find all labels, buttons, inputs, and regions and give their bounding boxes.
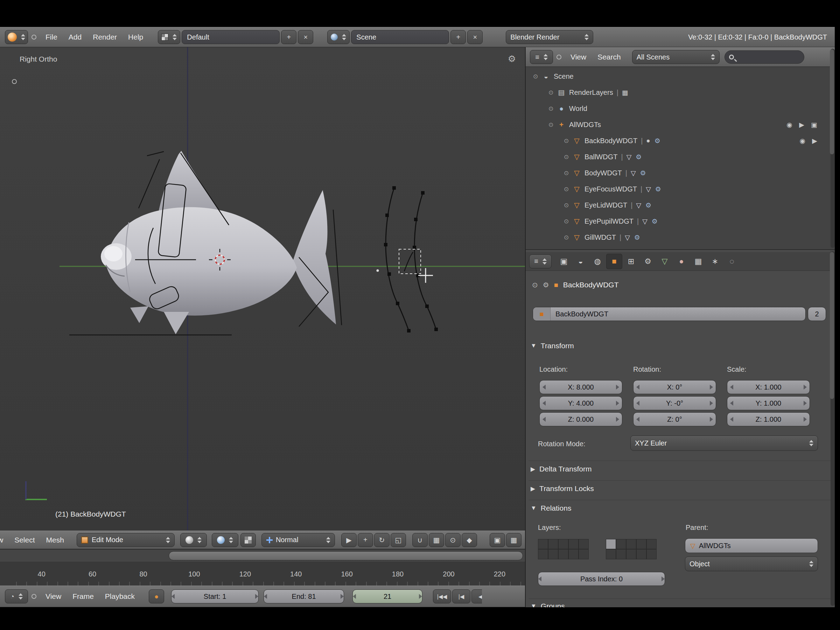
outliner-row-scene[interactable]: ⊙ ◒ Scene — [526, 68, 835, 84]
pass-index-field[interactable]: Pass Index: 0 — [538, 572, 665, 586]
delete-scene-button[interactable]: × — [467, 30, 483, 44]
scale-x-field[interactable]: X: 1.000 — [727, 380, 810, 394]
pivot-select[interactable] — [212, 533, 238, 547]
layer-toggle[interactable] — [548, 549, 558, 559]
frame-end-field[interactable]: End: 81 — [264, 589, 344, 603]
menu-file[interactable]: File — [40, 33, 63, 41]
decrement-arrow[interactable] — [730, 417, 733, 422]
transform-panel-header[interactable]: ▼ Transform — [531, 342, 574, 350]
scale-z-field[interactable]: Z: 1.000 — [727, 412, 810, 426]
tab-particles[interactable]: ∗ — [707, 254, 723, 269]
increment-arrow[interactable] — [710, 385, 713, 390]
layer-toggle[interactable] — [568, 549, 579, 559]
opengl-render-button[interactable]: ▣ — [489, 533, 505, 547]
layer-toggle[interactable] — [579, 549, 589, 559]
increment-arrow[interactable] — [804, 401, 807, 406]
layer-toggle[interactable] — [606, 539, 616, 549]
opengl-render-anim-button[interactable]: ▦ — [506, 533, 521, 547]
increment-arrow[interactable] — [616, 401, 619, 406]
outliner-row-eyefocuswdgt[interactable]: ⊙ ▽ EyeFocusWDGT | ▽ ⚙ — [526, 181, 835, 197]
scene-name-field[interactable]: Scene — [351, 30, 449, 44]
decrement-arrow[interactable] — [353, 594, 356, 599]
expand-icon[interactable]: ⊙ — [561, 185, 571, 193]
layer-toggle[interactable] — [548, 539, 558, 549]
viewport-menu-select[interactable]: Select — [9, 536, 40, 544]
timeline-scroll-thumb[interactable] — [169, 551, 523, 561]
location-z-field[interactable]: Z: 0.000 — [539, 412, 622, 426]
scale-y-field[interactable]: Y: 1.000 — [727, 396, 810, 410]
decrement-arrow[interactable] — [538, 576, 542, 581]
menu-add[interactable]: Add — [63, 33, 87, 41]
viewport-3d[interactable]: Right Ortho (21) BackBodyWDGT ⚙ — [0, 47, 525, 531]
expand-icon[interactable]: ⊙ — [561, 137, 571, 145]
increment-arrow[interactable] — [710, 401, 713, 406]
properties-editor-type-button[interactable]: ≡ — [529, 254, 552, 268]
auto-keyframe-button[interactable]: ● — [149, 589, 164, 603]
manipulator-rotate-button[interactable]: ↻ — [374, 533, 390, 547]
rotation-y-field[interactable]: Y: -0° — [633, 396, 716, 410]
groups-panel-header[interactable]: ▼ Groups — [531, 602, 565, 607]
prev-keyframe-button[interactable]: |◀ — [452, 589, 471, 603]
outliner-row-allwdgts[interactable]: ⊙ + AllWDGTs ◉ ▶ ▣ — [526, 117, 835, 133]
rotation-mode-select[interactable]: XYZ Euler — [630, 436, 818, 451]
viewport-shading-select[interactable] — [180, 533, 207, 547]
restrict-toggle-icons[interactable]: ◉ ▶ — [800, 137, 817, 145]
decrement-arrow[interactable] — [636, 401, 639, 406]
decrement-arrow[interactable] — [730, 401, 733, 406]
outliner-row-ballwdgt[interactable]: ⊙ ▽ BallWDGT | ▽ ⚙ — [526, 149, 835, 165]
scrollbar-thumb[interactable] — [830, 49, 834, 154]
increment-arrow[interactable] — [341, 594, 344, 599]
expand-icon[interactable]: ⊙ — [561, 169, 571, 177]
blender-menu-button[interactable] — [5, 30, 28, 44]
snap-magnet-button[interactable]: ∪ — [412, 533, 428, 547]
screen-layout-browse-button[interactable] — [158, 30, 180, 44]
add-scene-button[interactable]: + — [450, 30, 466, 44]
expand-icon[interactable]: ⊙ — [561, 153, 571, 161]
layer-toggle[interactable] — [636, 539, 646, 549]
layer-toggle[interactable] — [579, 539, 589, 549]
increment-arrow[interactable] — [662, 576, 665, 581]
snap-element-button[interactable]: ▦ — [429, 533, 444, 547]
timeline[interactable]: 406080100120140160180200220 — [0, 549, 525, 586]
snap-target-button[interactable]: ⊙ — [445, 533, 461, 547]
outliner-scope-select[interactable]: All Scenes — [632, 50, 720, 64]
users-count-button[interactable]: 2 — [808, 307, 826, 321]
location-x-field[interactable]: X: 8.000 — [539, 380, 622, 394]
decrement-arrow[interactable] — [543, 417, 546, 422]
outliner-search-input[interactable] — [725, 51, 804, 64]
screen-layout-name-field[interactable]: Default — [182, 30, 279, 44]
expand-icon[interactable]: ⊙ — [561, 234, 571, 241]
expand-icon[interactable]: ⊙ — [546, 121, 556, 128]
menu-render[interactable]: Render — [87, 33, 123, 41]
timeline-scroll-track[interactable] — [0, 549, 525, 562]
tab-material[interactable]: ● — [673, 254, 690, 269]
outliner-menu-view[interactable]: View — [565, 53, 592, 61]
outliner-row-eyepupilwdgt[interactable]: ⊙ ▽ EyePupilWDGT | ▽ ⚙ — [526, 213, 835, 229]
play-reverse-button[interactable]: ◀ — [471, 589, 482, 603]
timeline-editor-type-button[interactable]: ◔ — [5, 589, 28, 603]
outliner-scrollbar[interactable] — [831, 49, 835, 248]
relations-panel-header[interactable]: ▼ Relations — [531, 504, 571, 512]
pivot-align-button[interactable] — [240, 533, 256, 547]
outliner-menu-search[interactable]: Search — [592, 53, 627, 61]
manipulator-select-button[interactable]: ▶ — [341, 533, 357, 547]
tab-texture[interactable]: ▦ — [690, 254, 706, 269]
header-collapse-icon[interactable] — [556, 55, 561, 60]
layer-toggle[interactable] — [538, 549, 548, 559]
header-collapse-icon[interactable] — [32, 594, 36, 599]
tab-world[interactable]: ◍ — [589, 254, 605, 269]
transform-locks-panel-header[interactable]: ▶ Transform Locks — [531, 485, 594, 493]
menu-help[interactable]: Help — [123, 33, 149, 41]
layer-toggle[interactable] — [616, 549, 626, 559]
increment-arrow[interactable] — [710, 417, 713, 422]
increment-arrow[interactable] — [616, 417, 619, 422]
increment-arrow[interactable] — [804, 417, 807, 422]
outliner-row-backbodywdgt[interactable]: ⊙ ▽ BackBodyWDGT | ● ⚙ ◉ ▶ — [526, 133, 835, 149]
increment-arrow[interactable] — [255, 594, 258, 599]
gear-icon[interactable]: ⚙ — [508, 54, 516, 65]
jump-to-start-button[interactable]: |◀◀ — [433, 589, 451, 603]
layer-toggle[interactable] — [606, 549, 616, 559]
decrement-arrow[interactable] — [730, 385, 733, 390]
layer-toggle[interactable] — [626, 539, 636, 549]
expand-icon[interactable]: ⊙ — [546, 89, 556, 96]
